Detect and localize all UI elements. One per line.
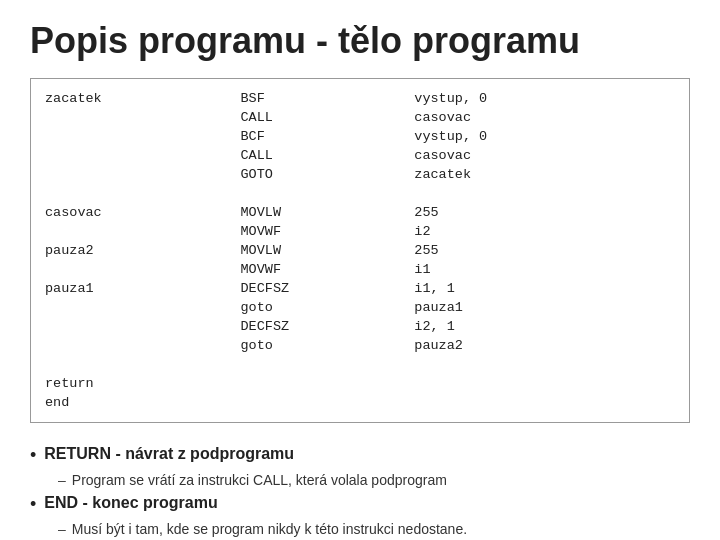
code-row: pauza1DECFSZi1, 1 [45,279,675,298]
code-arg: i2, 1 [414,317,675,336]
bullet-2-dot: • [30,492,36,517]
code-arg [414,374,675,393]
bullet-1-main: RETURN - návrat z podprogramu [44,443,294,465]
code-instr [241,393,415,412]
code-instr: goto [241,298,415,317]
code-arg [414,393,675,412]
code-row: CALLcasovac [45,146,675,165]
code-arg: casovac [414,108,675,127]
code-label [45,165,241,184]
code-instr: BSF [241,89,415,108]
page: Popis programu - tělo programu zacatekBS… [0,0,720,540]
bullets-section: • RETURN - návrat z podprogramu – Progra… [30,437,690,537]
code-label [45,317,241,336]
code-instr: MOVLW [241,241,415,260]
code-instr: BCF [241,127,415,146]
bullet-2-subtext: Musí být i tam, kde se program nikdy k t… [72,521,467,537]
code-label: pauza2 [45,241,241,260]
code-arg: i1, 1 [414,279,675,298]
bullet-1-dash: – [58,472,66,488]
code-instr: MOVWF [241,222,415,241]
code-label [45,260,241,279]
code-row: pauza2MOVLW255 [45,241,675,260]
code-block: zacatekBSFvystup, 0CALLcasovacBCFvystup,… [30,78,690,423]
code-label: end [45,393,241,412]
code-row: return [45,374,675,393]
code-row: zacatekBSFvystup, 0 [45,89,675,108]
code-row: gotopauza2 [45,336,675,355]
code-label: return [45,374,241,393]
code-label: casovac [45,203,241,222]
code-row [45,355,675,374]
bullet-2-sub: – Musí být i tam, kde se program nikdy k… [58,521,690,537]
code-instr: DECFSZ [241,279,415,298]
bullet-2: • END - konec programu [30,492,690,517]
code-label [45,336,241,355]
code-row: GOTOzacatek [45,165,675,184]
code-instr [241,374,415,393]
code-row: casovacMOVLW255 [45,203,675,222]
code-row: end [45,393,675,412]
code-row: gotopauza1 [45,298,675,317]
bullet-1-dot: • [30,443,36,468]
code-label [45,222,241,241]
page-title: Popis programu - tělo programu [30,20,690,62]
code-instr: MOVWF [241,260,415,279]
code-arg: 255 [414,203,675,222]
code-row: CALLcasovac [45,108,675,127]
code-arg: pauza2 [414,336,675,355]
code-arg: i2 [414,222,675,241]
code-label [45,108,241,127]
code-label: pauza1 [45,279,241,298]
code-label [45,127,241,146]
code-instr: GOTO [241,165,415,184]
code-instr: CALL [241,146,415,165]
code-arg: zacatek [414,165,675,184]
code-instr: MOVLW [241,203,415,222]
code-arg: 255 [414,241,675,260]
code-instr: CALL [241,108,415,127]
code-arg: vystup, 0 [414,127,675,146]
code-row [45,184,675,203]
bullet-1-subtext: Program se vrátí za instrukci CALL, kter… [72,472,447,488]
code-row: BCFvystup, 0 [45,127,675,146]
bullet-2-main: END - konec programu [44,492,217,514]
bullet-1-sub: – Program se vrátí za instrukci CALL, kt… [58,472,690,488]
code-row: MOVWFi1 [45,260,675,279]
code-label [45,146,241,165]
code-label: zacatek [45,89,241,108]
code-arg: i1 [414,260,675,279]
code-row: DECFSZi2, 1 [45,317,675,336]
code-table: zacatekBSFvystup, 0CALLcasovacBCFvystup,… [45,89,675,412]
code-arg: casovac [414,146,675,165]
code-row: MOVWFi2 [45,222,675,241]
bullet-2-dash: – [58,521,66,537]
bullet-1: • RETURN - návrat z podprogramu [30,443,690,468]
code-arg: vystup, 0 [414,89,675,108]
code-instr: goto [241,336,415,355]
code-label [45,298,241,317]
code-arg: pauza1 [414,298,675,317]
code-instr: DECFSZ [241,317,415,336]
